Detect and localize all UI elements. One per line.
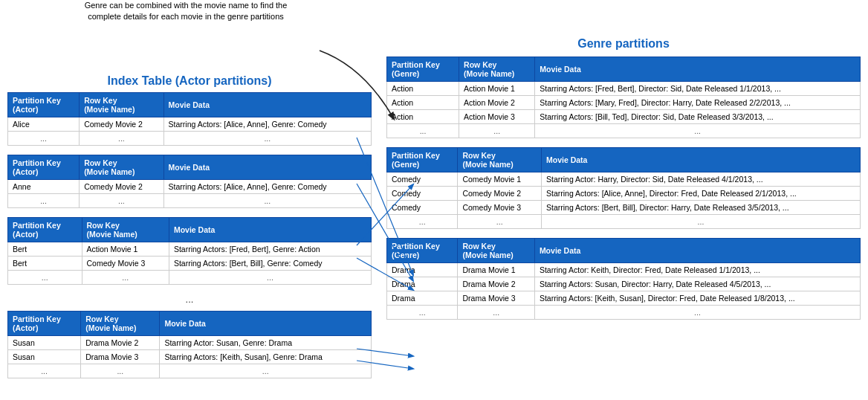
table-row-dots: ... ... ... — [387, 215, 861, 229]
anne-table: Partition Key(Actor) Row Key(Movie Name)… — [7, 155, 372, 208]
table-row: Drama Drama Movie 3 Starring Actors: [Ke… — [387, 291, 861, 306]
cell: Action Movie 1 — [82, 242, 169, 257]
col-header-movie-name-3: Row Key(Movie Name) — [458, 239, 534, 263]
col-header-genre-1: Partition Key(Genre) — [387, 57, 459, 82]
cell: Starring Actors: [Fred, Bert], Director:… — [535, 82, 861, 96]
cell: Comedy Movie 2 — [458, 187, 542, 201]
table-row-dots: ... ... ... — [8, 194, 372, 208]
table-row: Action Action Movie 3 Starring Actors: [… — [387, 110, 861, 124]
table-row-dots: ... ... ... — [387, 306, 861, 320]
cell: Starring Actors: [Alice, Anne], Genre: C… — [163, 180, 371, 194]
cell: Starring Actors: [Fred, Bert], Genre: Ac… — [169, 242, 371, 257]
col-header-row-key-2: Row Key(Movie Name) — [80, 155, 163, 180]
table-row: Comedy Comedy Movie 2 Starring Actors: [… — [387, 187, 861, 201]
cell: ... — [160, 364, 372, 378]
table-row: Alice Comedy Movie 2 Starring Actors: [A… — [8, 117, 372, 132]
cell: Comedy Movie 3 — [82, 257, 169, 271]
cell: ... — [163, 132, 371, 146]
cell: Alice — [8, 117, 80, 132]
cell: Starring Actor: Keith, Director: Fred, D… — [534, 263, 860, 277]
cell: ... — [169, 271, 371, 285]
cell: Anne — [8, 180, 80, 194]
cell: Drama — [387, 263, 458, 277]
cell: ... — [534, 306, 860, 320]
right-section-title: Genre partitions — [386, 37, 861, 51]
col-header-partition-key-4: Partition Key(Actor) — [8, 312, 81, 336]
cell: Comedy — [387, 187, 458, 201]
col-header-partition-key-3: Partition Key(Actor) — [8, 218, 82, 242]
table-row: Drama Drama Movie 2 Starring Actors: Sus… — [387, 277, 861, 291]
cell: Starring Actor: Susan, Genre: Drama — [160, 336, 372, 350]
cell: Comedy Movie 3 — [458, 201, 542, 215]
cell: ... — [387, 306, 458, 320]
cell: Starring Actors: [Mary, Fred], Director:… — [535, 96, 861, 110]
cell: ... — [387, 124, 459, 138]
susan-table: Partition Key(Actor) Row Key(Movie Name)… — [7, 311, 372, 378]
cell: Action Movie 3 — [459, 110, 535, 124]
cell: Drama — [387, 291, 458, 306]
bert-table: Partition Key(Actor) Row Key(Movie Name)… — [7, 217, 372, 285]
cell: ... — [458, 215, 542, 229]
left-section: Index Table (Actor partitions) Partition… — [7, 7, 372, 387]
cell: ... — [82, 271, 169, 285]
cell: ... — [80, 132, 163, 146]
table-row: Drama Drama Movie 1 Starring Actor: Keit… — [387, 263, 861, 277]
drama-table-container: Partition Key(Genre) Row Key(Movie Name)… — [386, 238, 861, 320]
cell: Starring Actors: Susan, Director: Harry,… — [534, 277, 860, 291]
table-row: Action Action Movie 1 Starring Actors: [… — [387, 82, 861, 96]
cell: ... — [8, 194, 80, 208]
cell: Drama Movie 2 — [81, 336, 160, 350]
col-header-movie-name-2: Row Key(Movie Name) — [458, 148, 542, 172]
col-header-row-key-4: Row Key(Movie Name) — [81, 312, 160, 336]
table-row: Action Action Movie 2 Starring Actors: [… — [387, 96, 861, 110]
col-header-genre-2: Partition Key(Genre) — [387, 148, 458, 172]
table-row: Comedy Comedy Movie 3 Starring Actors: [… — [387, 201, 861, 215]
cell: ... — [459, 124, 535, 138]
cell: Comedy Movie 2 — [80, 117, 163, 132]
cell: Starring Actors: [Bert, Bill], Director:… — [541, 201, 860, 215]
cell: ... — [541, 215, 860, 229]
cell: ... — [163, 194, 371, 208]
table-row: Anne Comedy Movie 2 Starring Actors: [Al… — [8, 180, 372, 194]
col-header-partition-key-2: Partition Key(Actor) — [8, 155, 80, 180]
cell: Drama Movie 3 — [458, 291, 534, 306]
cell: Action Movie 2 — [459, 96, 535, 110]
table-row-dots: ... ... ... — [8, 364, 372, 378]
alice-table: Partition Key(Actor) Row Key(Movie Name)… — [7, 92, 372, 146]
cell: ... — [8, 271, 82, 285]
cell: Starring Actors: [Keith, Susan], Directo… — [534, 291, 860, 306]
cell: ... — [387, 215, 458, 229]
cell: Starring Actors: [Alice, Anne], Director… — [541, 187, 860, 201]
table-row: Susan Drama Movie 2 Starring Actor: Susa… — [8, 336, 372, 350]
cell: Starring Actors: [Alice, Anne], Genre: C… — [163, 117, 371, 132]
cell: Starring Actors: [Keith, Susan], Genre: … — [160, 350, 372, 364]
cell: Susan — [8, 336, 81, 350]
col-header-movie-name-1: Row Key(Movie Name) — [459, 57, 535, 82]
cell: ... — [8, 364, 81, 378]
cell: Action — [387, 96, 459, 110]
table-row: Comedy Comedy Movie 1 Starring Actor: Ha… — [387, 172, 861, 187]
cell: Starring Actor: Harry, Director: Sid, Da… — [541, 172, 860, 187]
cell: ... — [81, 364, 160, 378]
right-section: Genre partitions Partition Key(Genre) Ro… — [372, 7, 861, 387]
cell: Drama Movie 1 — [458, 263, 534, 277]
comedy-genre-table: Partition Key(Genre) Row Key(Movie Name)… — [386, 147, 861, 229]
cell: Drama Movie 2 — [458, 277, 534, 291]
table-row: Bert Comedy Movie 3 Starring Actors: [Be… — [8, 257, 372, 271]
cell: Starring Actors: [Bert, Bill], Genre: Co… — [169, 257, 371, 271]
table-row-dots: ... ... ... — [8, 271, 372, 285]
cell: Drama Movie 3 — [81, 350, 160, 364]
col-header-movie-data-3: Movie Data — [169, 218, 371, 242]
table-row-dots: ... ... ... — [8, 132, 372, 146]
cell: Starring Actors: [Bill, Ted], Director: … — [535, 110, 861, 124]
col-header-movie-data-4: Movie Data — [160, 312, 372, 336]
cell: Bert — [8, 242, 82, 257]
col-header-movie-data-2: Movie Data — [163, 155, 371, 180]
comedy-table-container: Partition Key(Genre) Row Key(Movie Name)… — [386, 147, 861, 229]
col-header-movie-data-g2: Movie Data — [541, 148, 860, 172]
ellipsis-label: ... — [7, 294, 372, 305]
cell: Comedy — [387, 172, 458, 187]
col-header-row-key-3: Row Key(Movie Name) — [82, 218, 169, 242]
table-row: Susan Drama Movie 3 Starring Actors: [Ke… — [8, 350, 372, 364]
cell: ... — [535, 124, 861, 138]
